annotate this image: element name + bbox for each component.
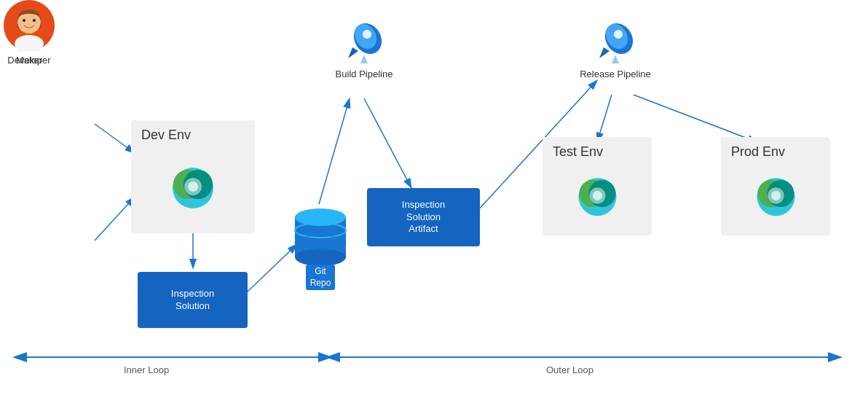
dev-env-label: Dev Env xyxy=(141,128,191,143)
svg-line-9 xyxy=(597,95,612,142)
build-pipeline-icon xyxy=(342,18,386,66)
svg-point-50 xyxy=(771,191,781,200)
svg-point-45 xyxy=(593,191,602,200)
git-repo-label: GitRepo xyxy=(306,265,336,290)
svg-line-6 xyxy=(319,98,350,204)
svg-line-3 xyxy=(95,197,135,241)
inspection-artifact-label: Inspection Solution Artifact xyxy=(402,199,445,236)
inspection-artifact-box: Inspection Solution Artifact xyxy=(367,188,480,246)
git-repo-icon xyxy=(291,203,350,268)
inner-loop-label: Inner Loop xyxy=(124,364,169,375)
svg-point-29 xyxy=(188,182,198,192)
dev-env-box: Dev Env xyxy=(131,120,255,233)
svg-point-24 xyxy=(33,19,36,22)
svg-line-10 xyxy=(634,95,757,142)
inspection-solution-label: Inspection Solution xyxy=(171,288,214,313)
build-pipeline-label: Build Pipeline xyxy=(336,69,393,79)
dev-env-icon xyxy=(167,159,218,210)
outer-loop-label: Outer Loop xyxy=(546,364,593,375)
release-pipeline-icon xyxy=(593,18,637,66)
svg-line-7 xyxy=(364,98,411,188)
svg-point-32 xyxy=(295,249,346,266)
test-env-icon xyxy=(574,170,621,217)
release-pipeline-label: Release Pipeline xyxy=(580,69,651,79)
svg-line-5 xyxy=(248,244,297,292)
git-repo-box: GitRepo xyxy=(291,203,350,290)
svg-point-23 xyxy=(23,19,25,22)
developer-label: Developer xyxy=(7,55,50,66)
release-pipeline-node: Release Pipeline xyxy=(575,18,655,79)
svg-line-2 xyxy=(95,124,135,153)
inspection-solution-box: Inspection Solution xyxy=(138,272,248,328)
build-pipeline-node: Build Pipeline xyxy=(328,18,401,79)
diagram-container: Maker Developer Dev Env xyxy=(0,0,868,398)
test-env-label: Test Env xyxy=(553,144,603,160)
developer-avatar: Developer xyxy=(0,0,58,66)
prod-env-box: Prod Env xyxy=(721,137,830,235)
prod-env-label: Prod Env xyxy=(731,144,785,160)
prod-env-icon xyxy=(752,170,800,217)
developer-avatar-icon xyxy=(4,0,55,51)
test-env-box: Test Env xyxy=(542,137,652,235)
